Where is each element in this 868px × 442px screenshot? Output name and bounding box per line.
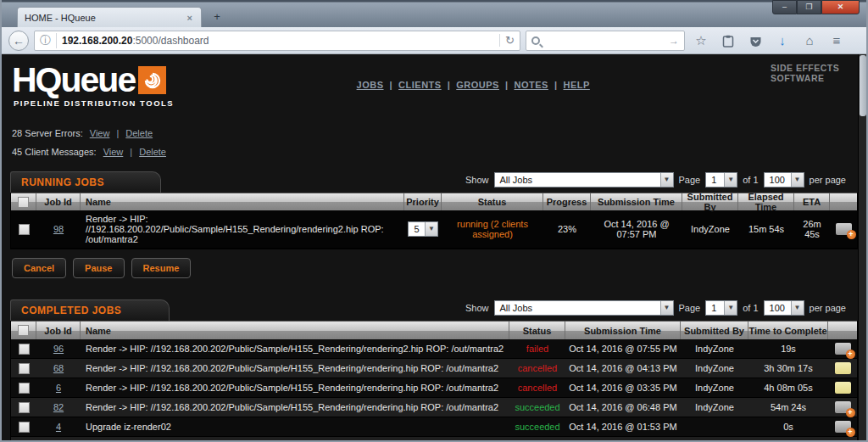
select-all-checkbox[interactable]	[18, 197, 29, 208]
job-time-to-complete: 0s	[748, 438, 828, 440]
client-messages-view-link[interactable]: View	[103, 147, 124, 157]
add-note-icon[interactable]	[835, 401, 851, 413]
page-select[interactable]: 1▼	[705, 300, 737, 316]
job-submission-time: Oct 14, 2016 @ 04:13 PM	[565, 360, 681, 377]
job-submission-time: Oct 14, 2016 @ 03:35 PM	[565, 379, 681, 396]
side-effects-logo: SIDE EFFECTS SOFTWARE	[771, 63, 851, 83]
show-filter-select[interactable]: All Jobs▼	[494, 300, 674, 316]
row-checkbox[interactable]	[19, 422, 30, 433]
job-id-link[interactable]: 96	[53, 344, 64, 354]
job-submission-time: Oct 14, 2016 @ 07:57 PM	[591, 215, 682, 243]
server-errors-view-link[interactable]: View	[90, 128, 110, 138]
close-button[interactable]: ✕	[821, 0, 860, 14]
row-checkbox[interactable]	[19, 402, 30, 413]
per-page-select[interactable]: 100▼	[764, 172, 804, 187]
downloads-icon[interactable]: ↓	[771, 33, 793, 48]
job-id-link[interactable]: 4	[56, 422, 61, 432]
select-all-checkbox[interactable]	[18, 325, 29, 336]
url-text[interactable]: 192.168.200.20:5000/dashboard	[62, 35, 494, 47]
table-row: 5 Upgrade iz-render05 succeeded Oct 14, …	[11, 437, 857, 440]
home-icon[interactable]: ⌂	[798, 33, 821, 48]
chevron-down-icon[interactable]: ▼	[425, 222, 437, 236]
job-submission-time: Oct 14, 2016 @ 01:53 PM	[565, 438, 681, 440]
col-status: Status	[442, 193, 543, 210]
job-id-link[interactable]: 82	[53, 402, 64, 412]
job-name: Render -> HIP: //192.168.200.202/Public/…	[81, 360, 509, 377]
maximize-button[interactable]: ❐	[797, 0, 821, 14]
running-jobs-section: RUNNING JOBS Show All Jobs▼ Page 1▼ of 1…	[10, 169, 858, 278]
hqueue-logo[interactable]: HQueue PIPELINE DISTRIBUTION TOOLS	[12, 63, 266, 108]
site-info-icon[interactable]: ⓘ	[40, 33, 57, 48]
browser-tab[interactable]: HOME - HQueue ×	[17, 7, 202, 27]
new-tab-button[interactable]: +	[207, 8, 227, 25]
add-note-icon[interactable]	[835, 343, 851, 355]
tab-close-icon[interactable]: ×	[186, 13, 194, 23]
running-jobs-header-row: Job Id Name Priority Status Progress Sub…	[11, 193, 857, 210]
job-name: Render -> HIP: //192.168.200.202/Public/…	[81, 379, 509, 396]
job-id-link[interactable]: 68	[53, 363, 64, 373]
server-errors-delete-link[interactable]: Delete	[125, 128, 153, 138]
search-icon	[531, 36, 540, 45]
row-checkbox[interactable]	[19, 344, 30, 355]
page-label: Page	[679, 175, 701, 185]
reload-icon[interactable]: ↻	[499, 34, 515, 47]
col-submitted-by: Submitted By	[682, 193, 738, 210]
job-name: Render -> HIP: //192.168.200.202/Public/…	[81, 399, 509, 416]
job-status: succeeded	[509, 418, 565, 435]
clipboard-icon[interactable]	[717, 33, 739, 48]
chevron-down-icon[interactable]: ▼	[791, 173, 804, 187]
job-id-link[interactable]: 98	[53, 224, 64, 234]
search-go-icon[interactable]: →	[669, 35, 679, 47]
client-messages-delete-link[interactable]: Delete	[139, 147, 166, 157]
show-filter-select[interactable]: All Jobs▼	[494, 172, 674, 187]
nav-help[interactable]: HELP	[564, 80, 590, 90]
resume-button[interactable]: Resume	[131, 258, 192, 278]
hqueue-spiral-icon	[138, 66, 166, 94]
add-note-icon[interactable]	[836, 223, 852, 235]
nav-jobs[interactable]: JOBS	[357, 80, 384, 90]
note-icon[interactable]	[835, 362, 851, 374]
chevron-down-icon[interactable]: ▼	[660, 173, 673, 187]
nav-groups[interactable]: GROUPS	[456, 80, 499, 90]
table-row: 4 Upgrade iz-render02 succeeded Oct 14, …	[11, 417, 857, 437]
row-checkbox[interactable]	[19, 224, 30, 235]
completed-jobs-filters: Show All Jobs▼ Page 1▼ of 1 100▼ per pag…	[465, 300, 846, 321]
priority-select[interactable]: 5▼	[408, 221, 438, 237]
search-input[interactable]: →	[526, 31, 685, 51]
url-bar[interactable]: ⓘ 192.168.200.20:5000/dashboard ↻	[34, 31, 520, 51]
page-label: Page	[679, 303, 701, 313]
nav-separator: |	[390, 80, 393, 90]
client-messages-label: 45 Client Messages:	[12, 147, 97, 157]
nav-clients[interactable]: CLIENTS	[398, 80, 442, 90]
note-icon[interactable]	[835, 382, 851, 394]
page-select[interactable]: 1▼	[705, 172, 737, 187]
job-status: succeeded	[509, 438, 565, 440]
alert-messages: 28 Server Errors: View | Delete 45 Clien…	[12, 128, 858, 157]
job-id-link[interactable]: 6	[56, 383, 61, 393]
scrollbar-thumb[interactable]	[860, 55, 866, 116]
back-button[interactable]: ←	[8, 31, 29, 51]
row-checkbox[interactable]	[19, 363, 30, 374]
bookmark-star-icon[interactable]: ☆	[690, 33, 712, 48]
nav-notes[interactable]: NOTES	[515, 80, 548, 90]
chevron-down-icon[interactable]: ▼	[660, 301, 673, 315]
row-checkbox[interactable]	[19, 383, 30, 394]
page-scrollbar[interactable]	[858, 54, 866, 440]
pocket-icon[interactable]	[744, 33, 766, 48]
job-name: Render -> HIP: //192.168.200.202/Public/…	[81, 210, 404, 248]
job-status: running (2 clients assigned)	[442, 215, 543, 243]
cancel-button[interactable]: Cancel	[12, 258, 66, 278]
per-page-select[interactable]: 100▼	[764, 300, 804, 316]
separator: |	[116, 128, 119, 138]
running-jobs-actions: Cancel Pause Resume	[12, 258, 858, 278]
chevron-down-icon[interactable]: ▼	[791, 301, 804, 315]
job-submitted-by: IndyZone	[681, 399, 748, 416]
page-of-label: of 1	[743, 303, 758, 313]
chevron-down-icon[interactable]: ▼	[724, 173, 737, 187]
menu-icon[interactable]: ≡	[826, 33, 848, 48]
job-name: Upgrade iz-render05	[81, 438, 509, 440]
add-note-icon[interactable]	[835, 421, 851, 433]
chevron-down-icon[interactable]: ▼	[724, 301, 737, 315]
minimize-button[interactable]: –	[772, 0, 797, 14]
pause-button[interactable]: Pause	[73, 258, 124, 278]
